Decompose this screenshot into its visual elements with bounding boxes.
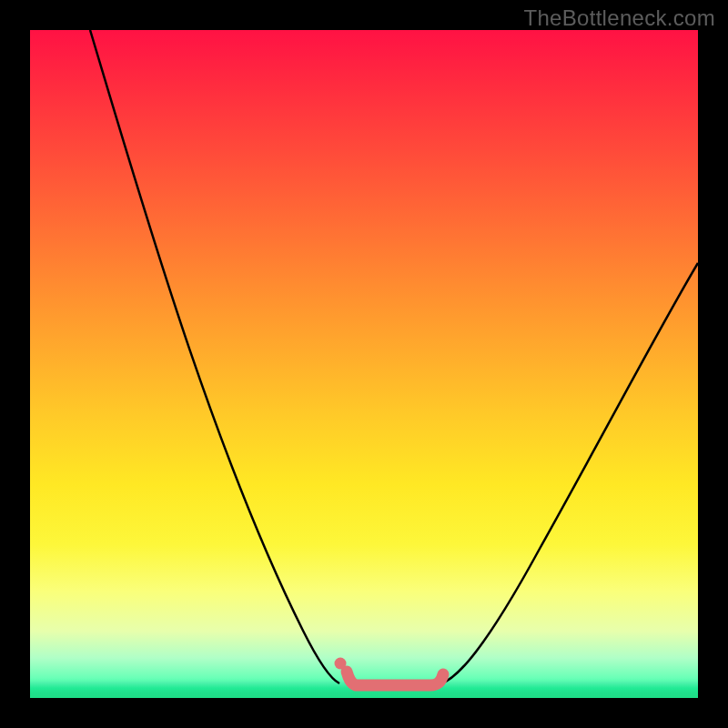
curve-right — [441, 263, 698, 683]
bottleneck-curve-layer — [30, 30, 698, 698]
flat-bottom — [347, 672, 443, 685]
watermark-text: TheBottleneck.com — [523, 5, 715, 31]
chart-frame: TheBottleneck.com — [0, 0, 728, 728]
curve-left — [90, 30, 339, 683]
plot-area — [30, 30, 698, 698]
flat-start-dot — [335, 658, 347, 670]
